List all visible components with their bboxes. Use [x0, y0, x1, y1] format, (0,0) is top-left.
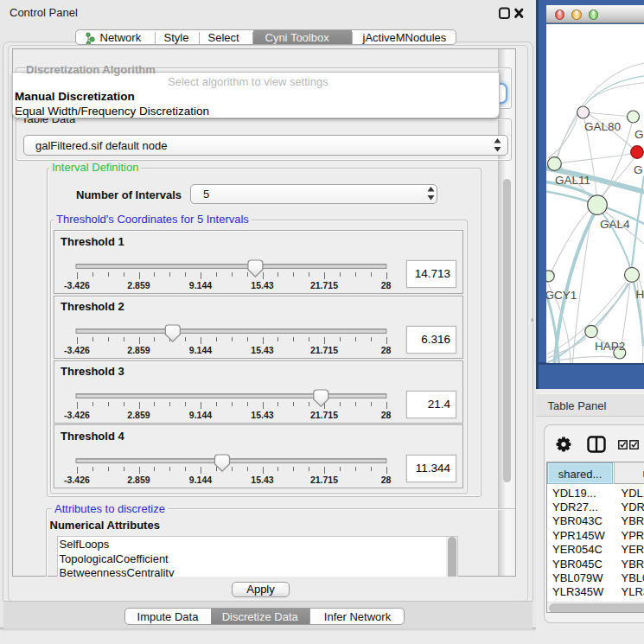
- svg-text:GAL80: GAL80: [584, 120, 621, 133]
- svg-text:HAP2: HAP2: [595, 340, 625, 353]
- svg-text:GAL4: GAL4: [600, 218, 630, 231]
- svg-text:G: G: [634, 163, 643, 176]
- svg-text:GCY1: GCY1: [546, 289, 577, 302]
- svg-text:H: H: [635, 288, 644, 301]
- svg-text:GAL11: GAL11: [555, 173, 590, 186]
- svg-text:G: G: [634, 128, 644, 141]
